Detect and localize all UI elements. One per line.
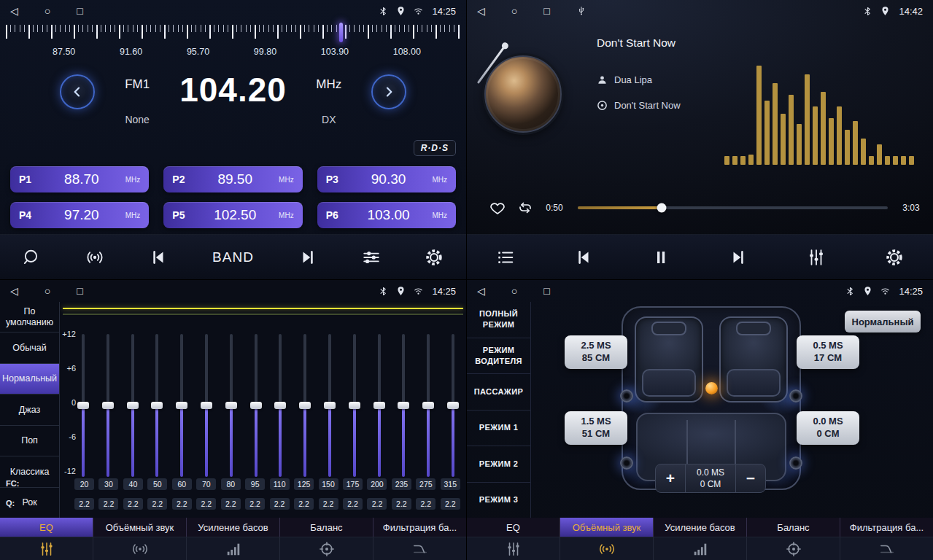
audio-tab[interactable]: EQ <box>0 518 93 537</box>
back-icon[interactable]: ◁ <box>10 6 18 16</box>
delay-rear-left[interactable]: 1.5 MS 51 CM <box>565 411 627 445</box>
slider-knob[interactable] <box>299 402 311 409</box>
seek-thumb[interactable] <box>657 203 666 213</box>
bass-boost-icon[interactable] <box>654 537 747 560</box>
listening-mode-item[interactable]: РЕЖИМ 3 <box>467 483 530 518</box>
repeat-icon[interactable] <box>516 199 534 217</box>
slider-knob[interactable] <box>176 402 187 409</box>
eq-preset-item[interactable]: Джаз <box>0 394 59 425</box>
back-icon[interactable]: ◁ <box>477 6 485 16</box>
pause-button[interactable] <box>652 249 670 266</box>
balance-icon[interactable] <box>747 537 840 560</box>
listening-position-marker[interactable] <box>705 382 718 394</box>
audio-tab[interactable]: Усиление басов <box>654 518 747 537</box>
tune-down-button[interactable] <box>60 74 95 109</box>
eq-band-slider[interactable] <box>77 334 89 477</box>
eq-band-slider[interactable] <box>201 334 212 477</box>
preset-button[interactable]: P4 97.20 MHz <box>10 202 149 228</box>
slider-knob[interactable] <box>250 402 262 409</box>
favorite-icon[interactable] <box>489 199 506 217</box>
sound-profile-button[interactable]: Нормальный <box>845 311 921 332</box>
next-track-button[interactable] <box>729 248 748 267</box>
slider-knob[interactable] <box>398 402 409 409</box>
slider-knob[interactable] <box>373 402 385 409</box>
eq-icon[interactable] <box>467 537 560 560</box>
slider-knob[interactable] <box>324 402 336 409</box>
home-icon[interactable]: ○ <box>511 6 517 16</box>
slider-knob[interactable] <box>151 402 163 409</box>
mixer-button[interactable] <box>807 248 826 267</box>
eq-band-slider[interactable] <box>151 334 163 477</box>
delay-front-left[interactable]: 2.5 MS 85 CM <box>565 335 627 369</box>
home-icon[interactable]: ○ <box>511 286 517 296</box>
settings-gear-icon[interactable] <box>425 248 444 267</box>
slider-knob[interactable] <box>422 402 434 409</box>
balance-icon[interactable] <box>280 537 373 560</box>
bass-boost-icon[interactable] <box>187 537 280 560</box>
eq-band-slider[interactable] <box>324 334 336 477</box>
delay-front-right[interactable]: 0.5 MS 17 CM <box>797 335 859 369</box>
listening-mode-item[interactable]: ПОЛНЫЙ РЕЖИМ <box>467 302 530 338</box>
eq-band-slider[interactable] <box>349 334 360 477</box>
scan-button[interactable] <box>22 248 41 267</box>
audio-tab[interactable]: Баланс <box>747 518 840 537</box>
eq-preset-item[interactable]: Обычай <box>0 332 59 363</box>
preset-button[interactable]: P6 103.00 MHz <box>317 202 456 228</box>
slider-knob[interactable] <box>225 402 237 409</box>
audio-tab[interactable]: Баланс <box>280 518 373 537</box>
preset-button[interactable]: P3 90.30 MHz <box>317 166 456 192</box>
slider-knob[interactable] <box>447 402 459 409</box>
tune-settings-button[interactable] <box>362 248 381 267</box>
audio-tab[interactable]: Усиление басов <box>187 518 280 537</box>
previous-track-button[interactable] <box>574 248 593 267</box>
recents-icon[interactable]: □ <box>543 286 549 296</box>
slider-knob[interactable] <box>274 402 286 409</box>
surround-icon[interactable] <box>93 537 187 560</box>
preset-button[interactable]: P1 88.70 MHz <box>10 166 149 192</box>
previous-station-button[interactable] <box>149 248 168 267</box>
eq-band-slider[interactable] <box>250 334 262 477</box>
audio-tab[interactable]: Объёмный звук <box>560 518 654 537</box>
album-art[interactable] <box>484 55 565 136</box>
audio-tab[interactable]: Фильтрация ба... <box>373 518 466 537</box>
eq-preset-item[interactable]: По умолчанию <box>0 302 59 332</box>
surround-icon[interactable] <box>560 537 654 560</box>
delay-plus-button[interactable]: + <box>656 464 685 492</box>
seek-slider[interactable] <box>578 206 888 209</box>
playlist-button[interactable] <box>496 248 515 267</box>
eq-band-slider[interactable] <box>102 334 114 477</box>
filter-icon[interactable] <box>840 537 933 560</box>
eq-band-slider[interactable] <box>422 334 434 477</box>
recents-icon[interactable]: □ <box>543 6 549 16</box>
delay-rear-right[interactable]: 0.0 MS 0 CM <box>797 411 859 445</box>
band-button[interactable]: BAND <box>212 249 254 265</box>
eq-band-slider[interactable] <box>398 334 409 477</box>
back-icon[interactable]: ◁ <box>10 286 18 296</box>
eq-band-slider[interactable] <box>373 334 385 477</box>
recents-icon[interactable]: □ <box>77 286 82 296</box>
listening-mode-item[interactable]: РЕЖИМ ВОДИТЕЛЯ <box>467 338 530 375</box>
eq-band-slider[interactable] <box>447 334 459 477</box>
listening-mode-item[interactable]: ПАССАЖИР <box>467 374 530 411</box>
listening-mode-item[interactable]: РЕЖИМ 2 <box>467 446 530 483</box>
audio-tab[interactable]: EQ <box>467 518 560 537</box>
recents-icon[interactable]: □ <box>77 6 82 16</box>
audio-tab[interactable]: Фильтрация ба... <box>840 518 933 537</box>
back-icon[interactable]: ◁ <box>477 286 485 296</box>
preset-button[interactable]: P2 89.50 MHz <box>163 166 302 192</box>
tune-up-button[interactable] <box>371 74 406 109</box>
eq-preset-item[interactable]: Нормальный <box>0 364 59 394</box>
slider-knob[interactable] <box>127 402 139 409</box>
next-station-button[interactable] <box>298 248 317 267</box>
listening-mode-item[interactable]: РЕЖИМ 1 <box>467 411 530 447</box>
eq-band-slider[interactable] <box>225 334 237 477</box>
settings-gear-icon[interactable] <box>885 248 904 267</box>
slider-knob[interactable] <box>77 402 89 409</box>
eq-preset-item[interactable]: Поп <box>0 426 59 456</box>
eq-band-slider[interactable] <box>299 334 311 477</box>
eq-band-slider[interactable] <box>127 334 139 477</box>
slider-knob[interactable] <box>201 402 212 409</box>
car-cabin-view[interactable] <box>622 306 801 490</box>
eq-icon[interactable] <box>0 537 93 560</box>
slider-knob[interactable] <box>102 402 114 409</box>
